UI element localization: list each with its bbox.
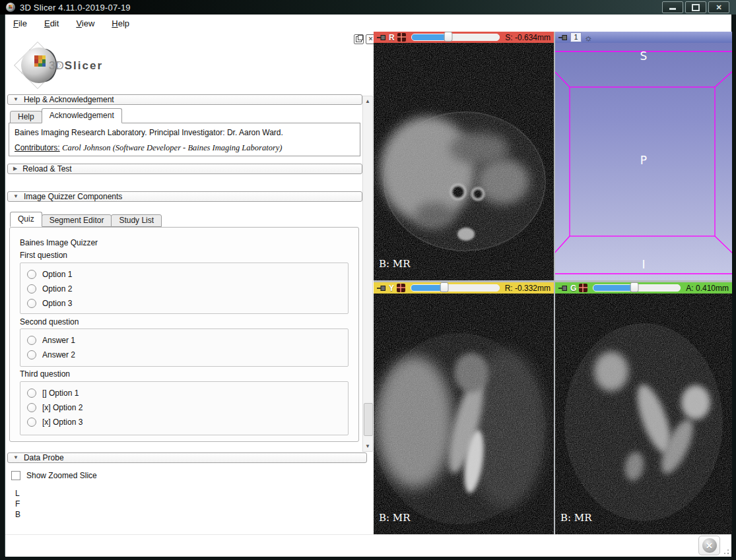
section-data-probe[interactable]: ▼ Data Probe bbox=[7, 452, 367, 463]
radio-option[interactable]: Answer 2 bbox=[27, 348, 348, 362]
red-slice-viewport[interactable]: B: MR bbox=[374, 43, 554, 280]
section-reload-test[interactable]: ▶ Reload & Test bbox=[7, 164, 362, 174]
question-label: Third question bbox=[20, 369, 70, 379]
menu-view[interactable]: View bbox=[76, 18, 94, 28]
probe-row-b: B bbox=[15, 510, 20, 519]
question-label: First question bbox=[20, 251, 67, 260]
volume-label: B: MR bbox=[560, 512, 592, 524]
question-3-options: [] Option 1 [x] Option 2 [x] Option 3 bbox=[20, 381, 349, 435]
collapse-icon: ▼ bbox=[13, 194, 18, 199]
radio-option[interactable]: Option 3 bbox=[27, 296, 348, 311]
mr-coronal-image bbox=[555, 294, 732, 534]
float-icon bbox=[356, 36, 362, 42]
question-1-options: Option 1 Option 2 Option 3 bbox=[20, 263, 349, 314]
volume-label: B: MR bbox=[379, 258, 411, 270]
ack-contributors: Contributors: Carol Johnson (Software De… bbox=[15, 143, 354, 153]
tab-quiz[interactable]: Quiz bbox=[10, 212, 42, 227]
tab-help[interactable]: Help bbox=[10, 111, 42, 123]
slider-handle[interactable] bbox=[444, 32, 453, 42]
radio-option[interactable]: [x] Option 3 bbox=[27, 415, 348, 429]
spin-view-icon[interactable]: ☼ bbox=[584, 33, 593, 42]
app-window: 3D Slicer 4.11.0-2019-07-19 ✕ File Edit … bbox=[0, 0, 736, 560]
app-frame: File Edit View Help ✕ bbox=[5, 15, 731, 556]
radio-option[interactable]: [] Option 1 bbox=[27, 386, 348, 400]
menu-help[interactable]: Help bbox=[112, 18, 129, 28]
slider-fill bbox=[412, 34, 449, 40]
acknowledgement-text: Baines Imaging Research Laboratory. Prin… bbox=[9, 123, 360, 156]
section-help-acknowledgement[interactable]: ▼ Help & Acknowledgement bbox=[7, 94, 362, 105]
view-label: Y bbox=[389, 284, 394, 293]
radio-icon bbox=[27, 389, 36, 398]
window-title: 3D Slicer 4.11.0-2019-07-19 bbox=[20, 3, 662, 13]
pin-icon[interactable] bbox=[377, 285, 386, 292]
radio-option[interactable]: Option 1 bbox=[27, 267, 348, 282]
radio-option[interactable]: [x] Option 2 bbox=[27, 400, 348, 415]
slicer-logo-text: 3DSlicer bbox=[49, 59, 103, 73]
collapse-icon: ▼ bbox=[13, 455, 18, 460]
slice-visibility-icon[interactable] bbox=[397, 33, 406, 42]
tab-acknowledgement[interactable]: Acknowledgement bbox=[42, 108, 122, 123]
float-panel-button[interactable] bbox=[354, 34, 364, 44]
probe-row-f: F bbox=[15, 499, 20, 509]
scrollbar-thumb[interactable] bbox=[364, 403, 373, 436]
green-slice-controller: G A: 0.410mm bbox=[555, 282, 732, 294]
slice-visibility-icon[interactable] bbox=[397, 284, 405, 292]
section-image-quizzer[interactable]: ▼ Image Quizzer Components bbox=[7, 191, 362, 202]
pin-icon[interactable] bbox=[377, 34, 386, 41]
quiz-heading: Baines Image Quizzer bbox=[20, 238, 98, 247]
slice-visibility-icon[interactable] bbox=[579, 284, 587, 292]
collapse-icon: ▶ bbox=[13, 166, 17, 171]
menu-bar: File Edit View Help bbox=[5, 15, 731, 32]
scroll-up-button[interactable]: ▲ bbox=[363, 96, 372, 106]
resize-grip[interactable] bbox=[721, 546, 729, 555]
question-2-options: Answer 1 Answer 2 bbox=[20, 328, 349, 367]
slice-offset-slider[interactable] bbox=[593, 284, 681, 292]
radio-icon bbox=[27, 350, 36, 359]
status-close-button[interactable]: ✕ bbox=[698, 536, 720, 555]
slice-offset-slider[interactable] bbox=[411, 34, 500, 41]
pin-icon[interactable] bbox=[558, 34, 568, 41]
pin-icon[interactable] bbox=[558, 285, 568, 292]
maximize-button[interactable] bbox=[685, 1, 706, 13]
radio-icon bbox=[27, 270, 36, 279]
scroll-down-button[interactable]: ▼ bbox=[363, 441, 372, 451]
close-icon: ✕ bbox=[368, 36, 374, 42]
show-zoomed-slice-checkbox[interactable]: Show Zoomed Slice bbox=[11, 471, 97, 480]
probe-row-l: L bbox=[15, 489, 20, 498]
yellow-slice-viewport[interactable]: B: MR bbox=[374, 294, 554, 534]
tab-study-list[interactable]: Study List bbox=[111, 214, 162, 227]
radio-option[interactable]: Answer 1 bbox=[27, 333, 348, 348]
radio-icon bbox=[27, 336, 36, 345]
close-icon: ✕ bbox=[716, 4, 721, 11]
menu-file[interactable]: File bbox=[13, 18, 27, 28]
help-tab-bar: Help Acknowledgement bbox=[10, 109, 121, 123]
question-label: Second question bbox=[20, 317, 79, 327]
minimize-button[interactable] bbox=[662, 1, 683, 13]
mr-axial-image bbox=[374, 43, 554, 280]
checkbox-icon bbox=[11, 471, 20, 480]
slider-handle[interactable] bbox=[630, 282, 638, 292]
panel-scrollbar[interactable]: ▲ ▼ bbox=[362, 96, 373, 452]
menu-edit[interactable]: Edit bbox=[44, 18, 59, 28]
collapse-icon: ▼ bbox=[13, 97, 18, 102]
red-slice-controller: R S: -0.634mm bbox=[374, 32, 554, 43]
slider-handle[interactable] bbox=[440, 282, 449, 292]
ack-line1: Baines Imaging Research Laboratory. Prin… bbox=[15, 128, 354, 137]
yellow-slice-controller: Y R: -0.332mm bbox=[374, 282, 554, 294]
threed-view-controller: 1 ☼ bbox=[555, 32, 732, 43]
slice-offset-slider[interactable] bbox=[411, 284, 500, 292]
title-bar[interactable]: 3D Slicer 4.11.0-2019-07-19 ✕ bbox=[0, 0, 736, 15]
tab-segment-editor[interactable]: Segment Editor bbox=[42, 214, 112, 227]
view-label: 1 bbox=[570, 32, 582, 42]
radio-icon bbox=[27, 284, 36, 294]
close-button[interactable]: ✕ bbox=[708, 1, 729, 13]
volume-label: B: MR bbox=[379, 512, 411, 524]
status-bar: ✕ bbox=[5, 534, 731, 557]
threed-viewport[interactable]: S P I bbox=[555, 43, 732, 280]
maximize-icon bbox=[692, 4, 700, 11]
quiz-panel: Baines Image Quizzer First question Opti… bbox=[9, 227, 359, 442]
radio-option[interactable]: Option 2 bbox=[27, 282, 348, 296]
slice-offset-value: R: -0.332mm bbox=[505, 284, 551, 293]
green-slice-viewport[interactable]: B: MR bbox=[555, 294, 732, 534]
quizzer-tab-bar: Quiz Segment Editor Study List bbox=[10, 212, 161, 227]
